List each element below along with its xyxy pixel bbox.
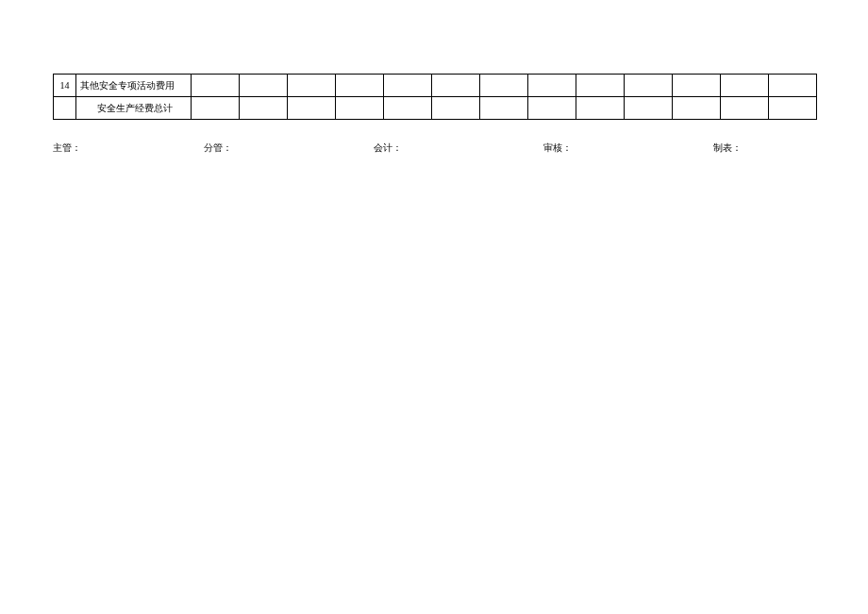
table-row: 14 其他安全专项活动费用: [54, 75, 817, 97]
row-label: 安全生产经费总计: [76, 97, 192, 120]
cell: [192, 75, 240, 97]
signature-supervisor: 主管：: [53, 141, 204, 155]
cell: [384, 97, 432, 120]
cell: [528, 97, 576, 120]
signature-row: 主管： 分管： 会计： 审核： 制表：: [53, 141, 815, 155]
cell: [576, 75, 625, 97]
cell: [240, 97, 288, 120]
cell: [721, 97, 769, 120]
budget-table-wrapper: 14 其他安全专项活动费用 安全生产经费总计: [53, 74, 815, 120]
cell: [528, 75, 576, 97]
cell: [480, 75, 528, 97]
cell: [192, 97, 240, 120]
cell: [721, 75, 769, 97]
cell: [625, 75, 673, 97]
cell: [336, 75, 384, 97]
cell: [384, 75, 432, 97]
budget-table: 14 其他安全专项活动费用 安全生产经费总计: [53, 74, 817, 120]
cell: [336, 97, 384, 120]
table-row: 安全生产经费总计: [54, 97, 817, 120]
signature-auditor: 审核：: [543, 141, 713, 155]
cell: [673, 75, 721, 97]
cell: [480, 97, 528, 120]
cell: [625, 97, 673, 120]
cell: [673, 97, 721, 120]
signature-preparer: 制表：: [713, 141, 815, 155]
cell: [288, 97, 336, 120]
signature-incharge: 分管：: [204, 141, 374, 155]
cell: [769, 75, 817, 97]
row-index: 14: [54, 75, 76, 97]
cell: [576, 97, 625, 120]
cell: [240, 75, 288, 97]
row-index: [54, 97, 76, 120]
signature-accountant: 会计：: [374, 141, 543, 155]
cell: [769, 97, 817, 120]
cell: [432, 97, 480, 120]
row-label: 其他安全专项活动费用: [76, 75, 192, 97]
cell: [432, 75, 480, 97]
cell: [288, 75, 336, 97]
